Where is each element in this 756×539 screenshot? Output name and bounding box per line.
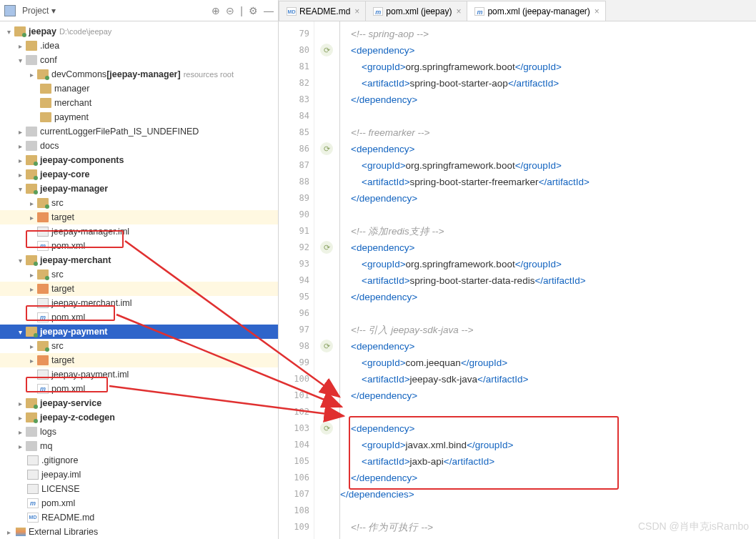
tree-target-mgr[interactable]: ▸target: [0, 210, 278, 224]
tree-conf[interactable]: ▾conf: [0, 53, 278, 67]
tree-jeepay-payment[interactable]: ▾jeepay-payment: [0, 325, 278, 339]
tree-pom-mch[interactable]: mpom.xml: [0, 310, 278, 325]
tree-currentlogger[interactable]: ▸currentLoggerFilePath_IS_UNDEFINED: [0, 124, 278, 139]
tree-src-mch[interactable]: ▸src: [0, 267, 278, 282]
tree-idea[interactable]: ▸.idea: [0, 39, 278, 53]
close-icon[interactable]: ×: [456, 6, 461, 16]
fold-gutter: [314, 21, 340, 539]
tree-pom-mgr[interactable]: mpom.xml: [0, 239, 278, 253]
tree-external-libs[interactable]: ▸External Libraries: [0, 525, 278, 539]
tool-gear-icon[interactable]: ⚙: [249, 5, 258, 16]
tree-docs[interactable]: ▸docs: [0, 139, 278, 153]
tree-core[interactable]: ▸jeepay-core: [0, 167, 278, 182]
tree-gitignore[interactable]: .gitignore: [0, 453, 278, 468]
sidebar-title[interactable]: Project ▾: [19, 4, 59, 18]
tree-src-pay[interactable]: ▸src: [0, 339, 278, 353]
watermark: CSDN @肖申克isRambo: [638, 520, 749, 533]
tree-license[interactable]: LICENSE: [0, 482, 278, 496]
tree-src-mgr[interactable]: ▸src: [0, 196, 278, 210]
tree-payment[interactable]: payment: [0, 110, 278, 124]
tree-components[interactable]: ▸jeepay-components: [0, 153, 278, 167]
code-editor[interactable]: <!-- spring-aop --> <dependency> <groupI…: [340, 21, 756, 539]
project-icon: [4, 5, 16, 16]
tree-iml-mgr[interactable]: jeepay-manager.iml: [0, 224, 278, 239]
tool-hide-icon[interactable]: —: [264, 5, 274, 16]
tree-manager[interactable]: manager: [0, 81, 278, 96]
editor-tabs: MDREADME.md× mpom.xml (jeepay)× mpom.xml…: [279, 0, 756, 21]
tool-locate-icon[interactable]: ⊕: [212, 5, 220, 16]
tree-service[interactable]: ▸jeepay-service: [0, 396, 278, 410]
tree-iml-mch[interactable]: jeepay-merchant.iml: [0, 296, 278, 310]
tree-iml-pay[interactable]: jeepay-payment.iml: [0, 367, 278, 382]
tab-readme[interactable]: MDREADME.md×: [279, 1, 366, 21]
tree-devcommons[interactable]: ▸devCommons [jeepay-manager]resources ro…: [0, 67, 278, 81]
close-icon[interactable]: ×: [595, 6, 600, 16]
project-sidebar: Project ▾ ⊕ ⊝ | ⚙ — ▾jeepayD:\code\jeepa…: [0, 0, 279, 539]
tree-target-mch[interactable]: ▸target: [0, 282, 278, 296]
line-gutter: 7980818283848586878889909192939495969798…: [279, 21, 314, 539]
tree-pom-pay[interactable]: mpom.xml: [0, 382, 278, 396]
tab-pom-manager[interactable]: mpom.xml (jeepay-manager)×: [467, 1, 605, 21]
tree-root[interactable]: ▾jeepayD:\code\jeepay: [0, 24, 278, 39]
tree-jeepay-manager[interactable]: ▾jeepay-manager: [0, 182, 278, 196]
tree-codegen[interactable]: ▸jeepay-z-codegen: [0, 410, 278, 425]
tree-readme[interactable]: MDREADME.md: [0, 510, 278, 525]
tree-merchant[interactable]: merchant: [0, 96, 278, 110]
tool-divider-icon: |: [240, 5, 243, 16]
sidebar-header: Project ▾ ⊕ ⊝ | ⚙ —: [0, 0, 278, 21]
project-tree[interactable]: ▾jeepayD:\code\jeepay ▸.idea ▾conf ▸devC…: [0, 21, 278, 539]
tab-pom-jeepay[interactable]: mpom.xml (jeepay)×: [365, 1, 467, 21]
tree-jeepay-merchant[interactable]: ▾jeepay-merchant: [0, 253, 278, 267]
tree-logs[interactable]: ▸logs: [0, 425, 278, 439]
tree-jeepayiml[interactable]: jeepay.iml: [0, 468, 278, 482]
sidebar-toolbar: ⊕ ⊝ | ⚙ —: [212, 5, 274, 16]
close-icon[interactable]: ×: [354, 6, 359, 16]
tree-mq[interactable]: ▸mq: [0, 439, 278, 453]
tool-collapse-icon[interactable]: ⊝: [226, 5, 234, 16]
tree-target-pay[interactable]: ▸target: [0, 353, 278, 367]
tree-pom-root[interactable]: mpom.xml: [0, 496, 278, 510]
